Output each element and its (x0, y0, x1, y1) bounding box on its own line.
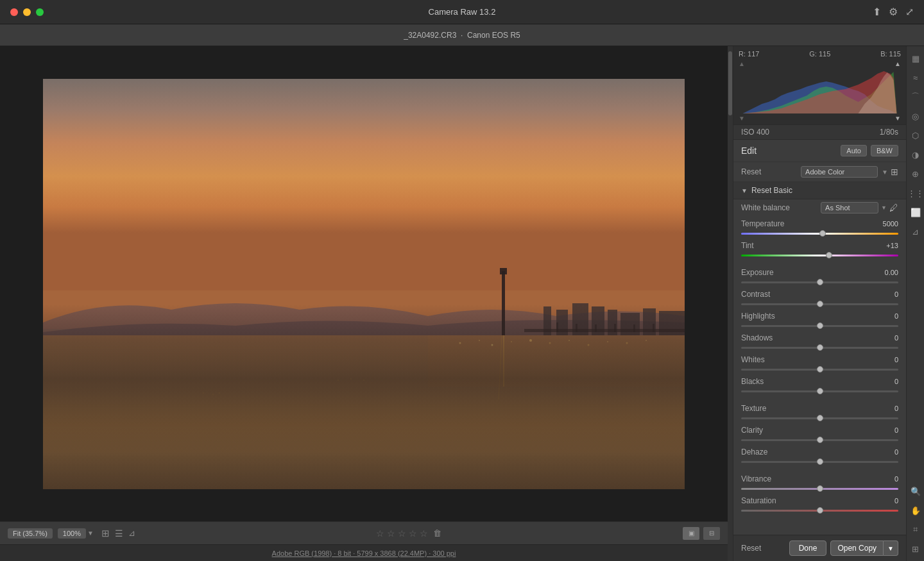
contrast-slider-track[interactable] (741, 300, 898, 308)
highlights-value: 0 (875, 312, 898, 320)
highlights-thumb[interactable] (817, 322, 823, 329)
zoom-dropdown-arrow[interactable]: ▼ (87, 530, 94, 537)
histogram-shadow-clip[interactable]: ▲ (739, 60, 745, 67)
color-mixer-icon[interactable]: ⬡ (909, 128, 923, 142)
vibrance-value: 0 (875, 475, 898, 483)
vibrance-slider-track[interactable] (741, 485, 898, 492)
grid-view-icon[interactable]: ⊞ (909, 542, 923, 556)
shadows-label-row: Shadows 0 (741, 333, 898, 342)
shadows-slider-track[interactable] (741, 344, 898, 351)
section-basic-header[interactable]: ▼ Reset Basic (733, 182, 906, 199)
edit-header: Edit Auto B&W (733, 140, 906, 162)
tint-thumb[interactable] (826, 252, 832, 258)
bw-button[interactable]: B&W (871, 145, 898, 156)
shadows-thumb[interactable] (817, 344, 823, 351)
histogram-icon[interactable]: ▦ (909, 51, 923, 65)
temperature-track (741, 233, 898, 235)
star-4[interactable]: ☆ (409, 528, 417, 539)
contrast-thumb[interactable] (817, 301, 823, 307)
funnel-icon[interactable]: ⊿ (128, 528, 135, 538)
exposure-slider-track[interactable] (741, 278, 898, 286)
bottom-padding (733, 516, 906, 526)
svg-point-37 (338, 380, 339, 381)
action-reset-button[interactable]: Reset (741, 544, 761, 553)
fit-zoom-button[interactable]: Fit (35.7%) (8, 528, 53, 539)
bw-icon[interactable]: ◑ (909, 147, 923, 162)
export-icon[interactable]: ⬆ (873, 6, 881, 18)
svg-point-21 (549, 342, 551, 344)
done-button[interactable]: Done (789, 540, 827, 556)
hsl-icon[interactable]: ◎ (909, 109, 923, 123)
star-2[interactable]: ☆ (387, 528, 395, 539)
star-1[interactable]: ☆ (376, 528, 384, 539)
auto-button[interactable]: Auto (841, 145, 867, 156)
reset-label[interactable]: Reset (741, 167, 761, 176)
lens-corrections-icon[interactable]: ⬜ (909, 205, 923, 219)
histogram-rgb-values: R: 117 G: 115 B: 115 (739, 50, 901, 58)
split-tone-icon[interactable]: ⊕ (909, 167, 923, 181)
geometry-icon[interactable]: ⊿ (909, 224, 923, 239)
file-detail-link[interactable]: Adobe RGB (1998) · 8 bit · 5799 x 3868 (… (272, 549, 456, 557)
clarity-slider-track[interactable] (741, 436, 898, 444)
blacks-slider-track[interactable] (741, 387, 898, 395)
exposure-thumb[interactable] (817, 279, 823, 285)
zoom-percent-button[interactable]: 100% (58, 528, 86, 539)
dehaze-slider-track[interactable] (741, 458, 898, 465)
preset-grid-icon[interactable]: ⊞ (891, 167, 898, 177)
main-scrollbar[interactable] (728, 46, 733, 561)
svg-rect-11 (502, 271, 505, 335)
iso-value: ISO 400 (741, 128, 769, 137)
minimize-button[interactable] (23, 8, 31, 16)
filter-icon[interactable]: ☰ (115, 528, 123, 539)
texture-label: Texture (741, 404, 766, 413)
texture-slider-track[interactable] (741, 414, 898, 422)
whites-thumb[interactable] (817, 366, 823, 373)
settings-icon[interactable]: ⚙ (889, 6, 898, 18)
open-copy-dropdown[interactable]: ▼ (884, 540, 898, 556)
star-5[interactable]: ☆ (420, 528, 428, 539)
blacks-thumb[interactable] (817, 388, 823, 394)
hand-icon[interactable]: ✋ (909, 503, 923, 517)
preset-select-wrapper: Adobe Color ▼ ⊞ (801, 166, 898, 178)
open-copy-button[interactable]: Open Copy (830, 540, 884, 556)
dehaze-track (741, 461, 898, 463)
temperature-thumb[interactable] (819, 230, 826, 237)
divider-2 (733, 397, 906, 402)
trash-icon[interactable]: 🗑 (433, 528, 441, 538)
main-content: Fit (35.7%) 100% ▼ ⊞ ☰ ⊿ ☆ ☆ ☆ ☆ ☆ 🗑 ▣ ⊟ (0, 46, 924, 561)
dehaze-thumb[interactable] (817, 458, 823, 465)
blacks-value: 0 (875, 378, 898, 385)
saturation-thumb[interactable] (817, 507, 823, 514)
temperature-slider-track[interactable] (741, 230, 898, 237)
single-view-button[interactable]: ▣ (683, 527, 699, 540)
saturation-slider-track[interactable] (741, 507, 898, 514)
eyedropper-icon[interactable]: 🖊 (889, 203, 898, 213)
clarity-thumb[interactable] (817, 437, 823, 443)
white-balance-select[interactable]: As Shot (821, 202, 878, 214)
exposure-track (741, 281, 898, 283)
texture-thumb[interactable] (817, 415, 823, 421)
star-3[interactable]: ☆ (398, 528, 406, 539)
svg-rect-5 (572, 303, 588, 335)
vibrance-thumb[interactable] (817, 485, 823, 492)
highlights-slider-track[interactable] (741, 322, 898, 330)
split-view-button[interactable]: ⊟ (703, 527, 720, 540)
histogram-highlight-clip[interactable]: ▲ (894, 60, 901, 67)
maximize-button[interactable] (36, 8, 44, 16)
preset-select[interactable]: Adobe Color (801, 166, 878, 178)
exposure-label-row: Exposure 0.00 (741, 268, 898, 277)
crop-icon[interactable]: ⌗ (909, 523, 923, 537)
detail-icon[interactable]: ⋮⋮ (909, 186, 923, 200)
expand-icon[interactable]: ⤢ (905, 6, 914, 18)
tint-slider-track[interactable] (741, 251, 898, 259)
sort-icon[interactable]: ⊞ (101, 528, 110, 539)
search-icon[interactable]: 🔍 (909, 484, 923, 498)
clarity-track (741, 439, 898, 441)
divider-1 (733, 261, 906, 266)
close-button[interactable] (10, 8, 18, 16)
whites-slider-track[interactable] (741, 365, 898, 373)
curve-icon[interactable]: ⌒ (909, 90, 923, 104)
edit-title: Edit (741, 146, 757, 156)
basic-corrections-icon[interactable]: ≈ (909, 71, 923, 85)
blacks-slider-row: Blacks 0 (733, 375, 906, 397)
